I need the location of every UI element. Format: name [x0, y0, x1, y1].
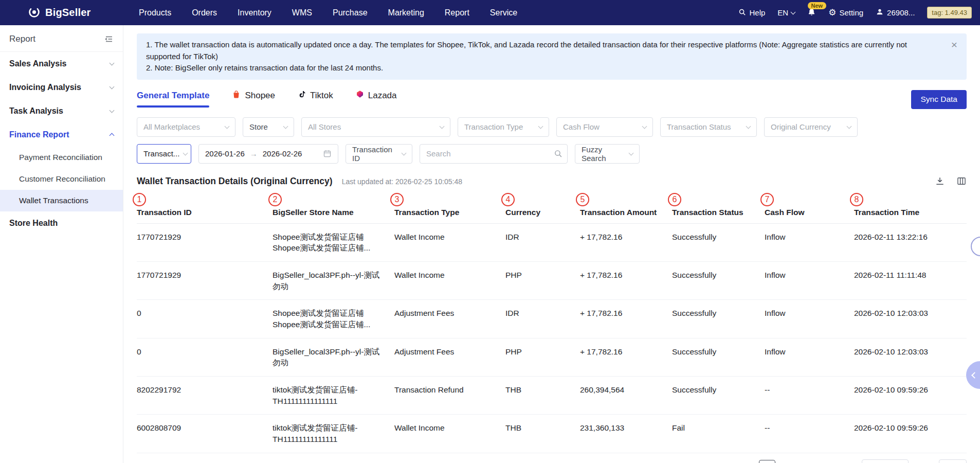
- sidebar-item-task-analysis[interactable]: Task Analysis: [0, 99, 123, 123]
- nav-item-wms[interactable]: WMS: [292, 8, 312, 17]
- column-header-transaction-time: 8 Transaction Time: [854, 193, 967, 217]
- sidebar-item-payment-reconciliation[interactable]: Payment Reconciliation: [0, 147, 123, 168]
- filter-stores[interactable]: All Stores: [301, 117, 450, 137]
- info-banner: 1. The wallet transaction data is automa…: [137, 33, 967, 80]
- user-menu[interactable]: 26908...: [876, 8, 915, 17]
- cell-store-name: Shopee测试发货留证店铺Shopee测试发货留证店铺...: [273, 232, 394, 254]
- column-header-transaction-type: 3 Transaction Type: [394, 193, 505, 217]
- main-content: 1. The wallet transaction data is automa…: [123, 25, 980, 463]
- pagination-next-button[interactable]: [841, 460, 858, 463]
- goto-page-input[interactable]: [939, 459, 967, 463]
- cell-amount: + 17,782.16: [580, 346, 672, 358]
- search-icon: [738, 8, 746, 17]
- filter-transaction-status[interactable]: Transaction Status: [660, 117, 757, 137]
- table-row: 1770721929 Shopee测试发货留证店铺Shopee测试发货留证店铺.…: [137, 224, 967, 262]
- nav-item-service[interactable]: Service: [490, 8, 517, 17]
- cell-time: 2026-02-10 09:59:26: [854, 384, 967, 396]
- brand-name: BigSeller: [45, 7, 91, 19]
- tab-lazada[interactable]: Lazada: [356, 90, 397, 108]
- chevron-down-icon: [440, 123, 445, 129]
- cell-transaction-type: Wallet Income: [394, 232, 505, 243]
- column-header-transaction-status: 6 Transaction Status: [672, 193, 765, 217]
- cell-status: Successfully: [672, 384, 765, 396]
- filter-date-type[interactable]: Transact...: [137, 144, 191, 164]
- filter-transaction-type[interactable]: Transaction Type: [458, 117, 549, 137]
- nav-item-purchase[interactable]: Purchase: [333, 8, 368, 17]
- search-input[interactable]: [420, 144, 568, 164]
- filter-cash-flow[interactable]: Cash Flow: [556, 117, 653, 137]
- chevron-down-icon: [791, 9, 796, 14]
- sidebar-item-finance-report[interactable]: Finance Report: [0, 123, 123, 147]
- chevron-down-icon: [402, 150, 407, 155]
- page-size-selector[interactable]: 50/Page: [862, 459, 909, 463]
- collapse-sidebar-icon[interactable]: [104, 34, 114, 44]
- date-range-picker[interactable]: 2026-01-26 → 2026-02-26: [198, 144, 338, 164]
- table-row: 8202291792 tiktok测试发货留证店铺-TH111111111111…: [137, 377, 967, 415]
- tab-shopee[interactable]: Shopee: [232, 90, 275, 108]
- bigseller-logo-icon: [28, 6, 41, 20]
- nav-item-orders[interactable]: Orders: [192, 8, 217, 17]
- table-row: 1770721929 BigSeller_local3PF.ph--yl-测试勿…: [137, 262, 967, 300]
- sync-data-button[interactable]: Sync Data: [911, 90, 967, 109]
- sidebar-item-sales-analysis[interactable]: Sales Analysis: [0, 52, 123, 76]
- nav-item-inventory[interactable]: Inventory: [238, 8, 271, 17]
- notifications-button[interactable]: New: [807, 8, 816, 18]
- cell-transaction-type: Wallet Income: [394, 422, 505, 434]
- cell-status: Fail: [672, 422, 765, 434]
- sidebar-item-invoicing-analysis[interactable]: Invoicing Analysis: [0, 76, 123, 99]
- banner-line-1: 1. The wallet transaction data is automa…: [146, 39, 939, 62]
- nav-item-marketing[interactable]: Marketing: [388, 8, 424, 17]
- pagination-page-2[interactable]: 2: [779, 460, 796, 463]
- chevron-down-icon: [746, 123, 751, 129]
- pagination-page-4[interactable]: 4: [821, 460, 837, 463]
- filter-original-currency[interactable]: Original Currency: [764, 117, 858, 137]
- gear-icon: ⚙: [828, 8, 836, 17]
- cell-time: 2026-02-11 11:11:48: [854, 270, 967, 281]
- sidebar-item-store-health[interactable]: Store Health: [0, 211, 123, 235]
- cell-cash-flow: --: [765, 384, 854, 396]
- tab-general-template[interactable]: General Template: [137, 90, 209, 108]
- cell-transaction-id: 0: [137, 308, 273, 319]
- filters-row-2: Transact... 2026-01-26 → 2026-02-26 Tran…: [137, 144, 967, 164]
- chevron-up-icon: [110, 133, 115, 138]
- filter-fuzzy-search[interactable]: Fuzzy Search: [575, 144, 640, 164]
- new-badge: New: [808, 2, 827, 9]
- annotation-circle-3: 3: [390, 193, 404, 206]
- close-icon[interactable]: ×: [951, 39, 957, 50]
- language-selector[interactable]: EN: [777, 8, 795, 17]
- table-header-row: 1 Transaction ID 2 BigSeller Store Name …: [137, 189, 967, 224]
- cell-status: Successfully: [672, 346, 765, 358]
- cell-status: Successfully: [672, 232, 765, 243]
- cell-time: 2026-02-11 13:22:16: [854, 232, 967, 243]
- nav-item-products[interactable]: Products: [139, 8, 171, 17]
- cell-cash-flow: Inflow: [765, 346, 854, 358]
- brand[interactable]: BigSeller: [0, 6, 124, 20]
- filter-marketplaces[interactable]: All Marketplaces: [137, 117, 235, 137]
- date-to-value[interactable]: 2026-02-26: [263, 149, 302, 158]
- chevron-left-icon: [971, 372, 978, 379]
- date-from-value[interactable]: 2026-01-26: [205, 149, 245, 158]
- settings-button[interactable]: ⚙ Setting: [828, 8, 863, 17]
- pagination-page-3[interactable]: 3: [800, 460, 816, 463]
- bell-icon: [807, 8, 816, 18]
- cell-time: 2026-02-10 12:03:03: [854, 308, 967, 319]
- tab-tiktok[interactable]: Tiktok: [298, 90, 333, 108]
- cell-amount: + 17,782.16: [580, 308, 672, 319]
- nav-item-report[interactable]: Report: [445, 8, 469, 17]
- download-icon[interactable]: [935, 176, 945, 186]
- sidebar: Report Sales Analysis Invoicing Analysis…: [0, 25, 123, 463]
- cell-cash-flow: --: [765, 422, 854, 434]
- cell-currency: THB: [505, 384, 580, 396]
- column-settings-icon[interactable]: [956, 176, 967, 186]
- pagination-prev-button[interactable]: [738, 460, 755, 463]
- cell-store-name: tiktok测试发货留证店铺-TH11111111111111: [273, 422, 394, 444]
- chevron-down-icon: [183, 150, 188, 155]
- help-button[interactable]: Help: [738, 8, 765, 17]
- pagination-page-1[interactable]: 1: [759, 460, 775, 463]
- column-header-store-name: 2 BigSeller Store Name: [273, 193, 394, 217]
- annotation-circle-1: 1: [133, 193, 146, 206]
- sidebar-item-customer-reconciliation[interactable]: Customer Reconciliation: [0, 168, 123, 190]
- filter-search-field-type[interactable]: Transaction ID: [346, 144, 412, 164]
- sidebar-item-wallet-transactions[interactable]: Wallet Transactions: [0, 190, 123, 211]
- filter-store-mode[interactable]: Store: [243, 117, 294, 137]
